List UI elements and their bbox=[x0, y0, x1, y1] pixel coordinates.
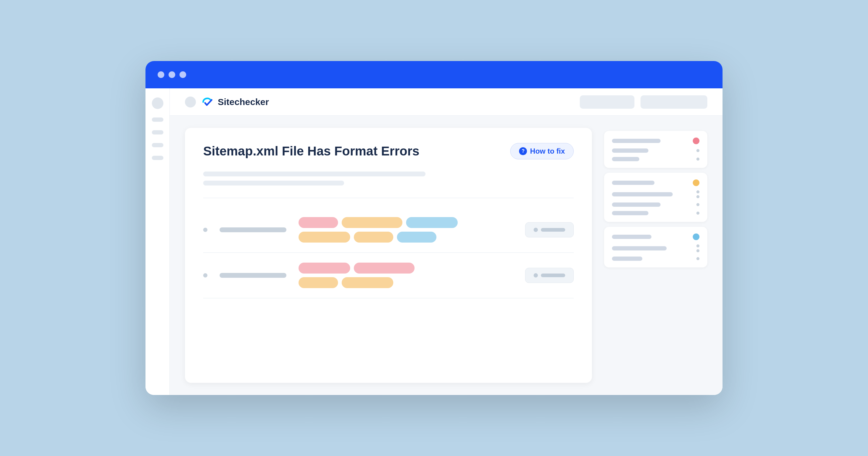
how-to-fix-button[interactable]: ? How to fix bbox=[510, 143, 574, 159]
sidebar-mini-dots bbox=[696, 203, 700, 206]
top-bar-actions bbox=[580, 95, 707, 109]
traffic-light-fullscreen[interactable] bbox=[180, 71, 186, 78]
sidebar-group-row bbox=[612, 245, 700, 252]
row-bullet bbox=[203, 228, 208, 232]
sidebar-indicator-orange bbox=[693, 180, 700, 186]
sidebar-bar bbox=[612, 246, 666, 251]
desc-bar-1 bbox=[203, 171, 426, 176]
sitechecker-logo-icon bbox=[201, 97, 214, 107]
row-action-button[interactable] bbox=[525, 222, 574, 237]
row-tags bbox=[299, 263, 513, 288]
row-text bbox=[220, 273, 286, 278]
sidebar-indicator-blue bbox=[693, 233, 700, 240]
sidebar-left bbox=[146, 88, 170, 395]
right-sidebar bbox=[604, 128, 707, 383]
row-text bbox=[220, 227, 286, 232]
content-area: Sitemap.xml File Has Format Errors ? How… bbox=[170, 116, 722, 395]
sidebar-nav-item-1[interactable] bbox=[152, 118, 163, 122]
sidebar-group-row bbox=[612, 157, 700, 161]
action-btn-dot bbox=[534, 228, 538, 232]
divider-1 bbox=[203, 198, 574, 198]
action-btn-dot bbox=[534, 273, 538, 278]
row-bullet bbox=[203, 273, 208, 278]
tag-pink-1 bbox=[299, 217, 338, 228]
sidebar-mini-dots bbox=[696, 211, 700, 215]
mini-dot bbox=[696, 257, 700, 260]
mini-dot bbox=[696, 149, 700, 152]
logo-circle bbox=[185, 97, 196, 107]
mini-dot bbox=[696, 249, 700, 252]
sidebar-nav-item-3[interactable] bbox=[152, 143, 163, 147]
sidebar-bar bbox=[612, 192, 673, 196]
row-action-button[interactable] bbox=[525, 268, 574, 283]
browser-content: Sitechecker Sitemap.xml File Has Format … bbox=[146, 88, 722, 395]
sidebar-group-row bbox=[612, 137, 700, 144]
browser-titlebar bbox=[146, 61, 722, 88]
logo-area: Sitechecker bbox=[185, 97, 269, 107]
sidebar-group-1 bbox=[604, 131, 707, 168]
top-bar: Sitechecker bbox=[170, 88, 722, 116]
topbar-btn-primary[interactable] bbox=[580, 95, 634, 109]
sidebar-bar bbox=[612, 181, 654, 185]
mini-dot bbox=[696, 190, 700, 193]
tag-orange-4 bbox=[299, 277, 338, 288]
sidebar-avatar bbox=[152, 97, 163, 109]
sidebar-bar bbox=[612, 202, 660, 207]
sidebar-group-row bbox=[612, 202, 700, 207]
desc-bar-2 bbox=[203, 181, 344, 186]
traffic-light-close[interactable] bbox=[158, 71, 164, 78]
sidebar-indicator-red bbox=[693, 137, 700, 144]
mini-dot bbox=[696, 158, 700, 161]
mini-dot bbox=[696, 203, 700, 206]
sidebar-mini-dots bbox=[696, 158, 700, 161]
tag-orange-2 bbox=[299, 232, 350, 242]
how-to-fix-label: How to fix bbox=[530, 147, 565, 156]
main-panel: Sitemap.xml File Has Format Errors ? How… bbox=[185, 128, 592, 383]
sidebar-bar bbox=[612, 149, 648, 153]
tag-orange-3 bbox=[354, 232, 393, 242]
how-to-fix-icon: ? bbox=[519, 147, 527, 155]
tag-blue-2 bbox=[397, 232, 436, 242]
sidebar-group-row bbox=[612, 180, 700, 186]
table-row bbox=[203, 253, 574, 298]
sidebar-group-row bbox=[612, 233, 700, 240]
table-section bbox=[203, 207, 574, 298]
traffic-light-minimize[interactable] bbox=[168, 71, 175, 78]
sidebar-group-2 bbox=[604, 173, 707, 222]
sidebar-group-row bbox=[612, 149, 700, 153]
tag-orange-1 bbox=[342, 217, 402, 228]
row-tags bbox=[299, 217, 513, 242]
sidebar-bar bbox=[612, 139, 660, 143]
browser-window: Sitechecker Sitemap.xml File Has Format … bbox=[146, 61, 722, 395]
action-btn-bar bbox=[541, 228, 565, 232]
mini-dot bbox=[696, 245, 700, 248]
logo: Sitechecker bbox=[201, 97, 269, 107]
sidebar-group-row bbox=[612, 190, 700, 198]
panel-header: Sitemap.xml File Has Format Errors ? How… bbox=[203, 143, 574, 159]
panel-title: Sitemap.xml File Has Format Errors bbox=[203, 144, 420, 159]
traffic-lights bbox=[158, 71, 186, 78]
sidebar-mini-dots bbox=[696, 245, 700, 252]
tag-orange-5 bbox=[342, 277, 393, 288]
tag-blue-1 bbox=[406, 217, 458, 228]
description-bars bbox=[203, 171, 574, 186]
sidebar-nav-item-4[interactable] bbox=[152, 156, 163, 160]
sidebar-bar bbox=[612, 257, 642, 261]
tag-pink-3 bbox=[354, 263, 414, 273]
tag-pink-2 bbox=[299, 263, 350, 273]
sidebar-group-row bbox=[612, 257, 700, 261]
sidebar-bar bbox=[612, 157, 639, 161]
topbar-btn-secondary[interactable] bbox=[641, 95, 707, 109]
logo-text: Sitechecker bbox=[218, 97, 269, 107]
sidebar-group-row bbox=[612, 211, 700, 215]
sidebar-mini-dots bbox=[696, 190, 700, 198]
sidebar-mini-dots bbox=[696, 257, 700, 260]
table-row bbox=[203, 207, 574, 253]
sidebar-mini-dots bbox=[696, 149, 700, 152]
sidebar-group-3 bbox=[604, 227, 707, 267]
main-area: Sitechecker Sitemap.xml File Has Format … bbox=[170, 88, 722, 395]
mini-dot bbox=[696, 211, 700, 215]
sidebar-nav-item-2[interactable] bbox=[152, 130, 163, 134]
sidebar-bar bbox=[612, 235, 651, 239]
mini-dot bbox=[696, 195, 700, 198]
